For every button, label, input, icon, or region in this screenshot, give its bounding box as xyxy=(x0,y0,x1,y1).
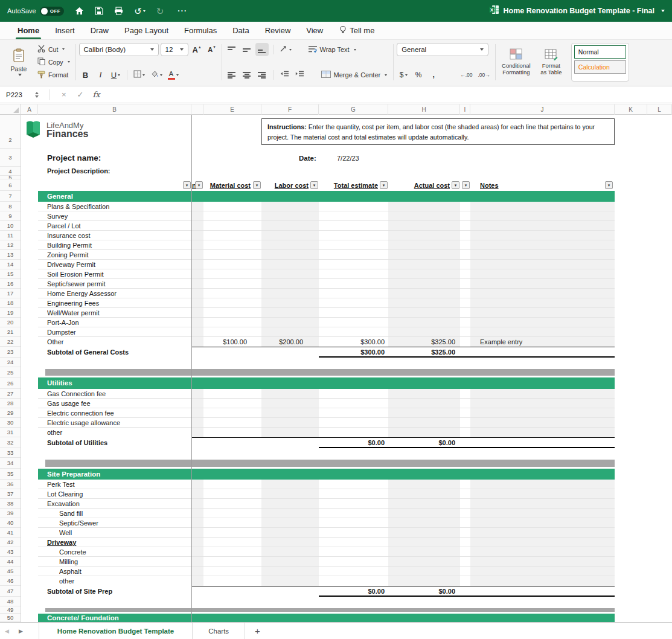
align-center-icon xyxy=(243,72,251,79)
decrease-indent-button[interactable] xyxy=(278,68,291,82)
ribbon-tab-insert[interactable]: Insert xyxy=(47,22,83,39)
item-label: Engineering Fees xyxy=(47,298,183,308)
ribbon-tab-formulas[interactable]: Formulas xyxy=(176,22,225,39)
sheet-tab-home-renovation-budget-template[interactable]: Home Renovation Budget Template xyxy=(39,623,193,639)
cancel-icon[interactable]: × xyxy=(62,90,66,99)
cell-material[interactable]: $100.00 xyxy=(203,337,261,347)
borders-button[interactable] xyxy=(132,68,147,82)
cell-style-normal[interactable]: Normal xyxy=(574,45,626,59)
paste-button[interactable]: Paste xyxy=(5,43,33,82)
save-icon[interactable] xyxy=(95,7,103,15)
grow-font-icon: A xyxy=(193,45,198,54)
format-painter-button[interactable]: Format xyxy=(35,70,72,80)
currency-format-button[interactable]: $ xyxy=(397,68,410,82)
column-header-J[interactable]: J xyxy=(470,104,615,115)
bold-button[interactable]: B xyxy=(79,68,92,82)
increase-decimal-button[interactable]: ←.00 xyxy=(458,68,474,82)
filter-button-quantity[interactable]: ▾ xyxy=(195,181,203,189)
sheet-nav-right-icon[interactable]: ▶ xyxy=(14,623,28,639)
increase-indent-button[interactable] xyxy=(293,68,306,82)
cell-labor[interactable]: $200.00 xyxy=(261,337,319,347)
conditional-formatting-button[interactable]: Conditional Formatting xyxy=(499,43,534,82)
column-header-A[interactable]: A xyxy=(21,104,38,115)
wrap-text-button[interactable]: Wrap Text xyxy=(306,43,359,56)
fill-color-button[interactable] xyxy=(149,68,164,82)
dollar-icon: $ xyxy=(400,71,404,79)
number-format-value: General xyxy=(402,46,426,53)
align-right-button[interactable] xyxy=(255,68,269,82)
copy-button[interactable]: Copy xyxy=(35,57,72,67)
column-header-I[interactable]: I xyxy=(460,104,470,115)
tell-me-button[interactable]: Tell me xyxy=(339,25,374,36)
confirm-icon[interactable]: ✓ xyxy=(77,90,84,99)
add-sheet-button[interactable]: + xyxy=(245,623,270,639)
cell-total[interactable]: $300.00 xyxy=(319,337,388,347)
number-format-select[interactable]: General xyxy=(397,43,488,56)
column-header-G[interactable]: G xyxy=(319,104,388,115)
filter-button-actual[interactable]: ▾ xyxy=(452,181,459,189)
ribbon-tab-page-layout[interactable]: Page Layout xyxy=(117,22,176,39)
print-icon[interactable] xyxy=(114,7,123,15)
column-header-E[interactable]: E xyxy=(203,104,261,115)
home-icon[interactable] xyxy=(75,7,84,15)
ribbon-tab-data[interactable]: Data xyxy=(225,22,257,39)
font-size-select[interactable]: 12 xyxy=(161,43,188,56)
cut-button[interactable]: Cut xyxy=(35,44,72,54)
orientation-button[interactable] xyxy=(278,43,293,56)
filter-button-material[interactable]: ▾ xyxy=(253,181,261,189)
filter-button-i[interactable]: ▾ xyxy=(462,181,470,189)
ribbon-tab-draw[interactable]: Draw xyxy=(83,22,117,39)
ribbon-tab-home[interactable]: Home xyxy=(10,22,47,39)
align-top-button[interactable] xyxy=(225,43,238,56)
underline-chevron-icon xyxy=(118,74,120,76)
font-name-select[interactable]: Calibri (Body) xyxy=(79,43,159,56)
format-as-table-button[interactable]: Format as Table xyxy=(534,43,569,82)
column-header-B[interactable]: B xyxy=(38,104,191,115)
percent-format-button[interactable]: % xyxy=(412,68,425,82)
logo-line2: Finances xyxy=(46,129,88,140)
shaded-input-region xyxy=(261,389,319,437)
filter-button-item[interactable]: ▾ xyxy=(183,181,191,189)
ribbon-tab-view[interactable]: View xyxy=(298,22,331,39)
name-box-stepper[interactable] xyxy=(35,92,39,98)
ribbon-tab-review[interactable]: Review xyxy=(257,22,299,39)
column-header-L[interactable]: L xyxy=(647,104,672,115)
column-header-F[interactable]: F xyxy=(261,104,319,115)
filter-button-total[interactable]: ▾ xyxy=(380,181,388,189)
filter-button-notes[interactable]: ▾ xyxy=(605,181,613,189)
insert-function-icon[interactable]: fx xyxy=(93,90,100,99)
column-header-hidden[interactable] xyxy=(191,104,203,115)
merge-center-button[interactable]: Merge & Center xyxy=(318,68,391,82)
align-bottom-button[interactable] xyxy=(255,43,269,56)
font-color-button[interactable]: A xyxy=(166,68,181,82)
decrease-font-size-button[interactable]: A▾ xyxy=(205,43,219,56)
font-color-chevron-icon xyxy=(176,74,179,76)
align-left-button[interactable] xyxy=(225,68,238,82)
subtotal-actual-cost: $325.00 xyxy=(388,347,460,358)
underline-button[interactable]: U xyxy=(109,68,123,82)
cell-actual[interactable]: $325.00 xyxy=(388,337,460,347)
sheet-nav-left-icon[interactable]: ◀ xyxy=(0,623,14,639)
select-all-corner[interactable] xyxy=(0,104,21,115)
autosave-toggle[interactable]: OFF xyxy=(40,7,65,16)
cell-style-calculation[interactable]: Calculation xyxy=(574,60,626,74)
more-commands-icon[interactable]: ⋯ xyxy=(177,6,187,16)
italic-button[interactable]: I xyxy=(94,68,107,82)
decrease-decimal-button[interactable]: .00→ xyxy=(476,68,492,82)
sheet-tab-charts[interactable]: Charts xyxy=(193,623,245,639)
undo-icon[interactable]: ↺ xyxy=(134,7,146,16)
column-header-H[interactable]: H xyxy=(388,104,460,115)
document-title[interactable]: Home Renovation Budget Template - Final xyxy=(504,7,654,15)
comma-format-button[interactable]: , xyxy=(427,68,440,82)
name-box[interactable]: P223 xyxy=(0,91,35,98)
increase-font-size-button[interactable]: A▴ xyxy=(190,43,203,56)
column-header-K[interactable]: K xyxy=(615,104,647,115)
redo-icon[interactable]: ↻ xyxy=(156,7,164,16)
instructions-text: Enter the quantity, cost per item, and l… xyxy=(267,123,595,141)
cell-notes[interactable]: Example entry xyxy=(480,337,522,347)
align-center-button[interactable] xyxy=(240,68,254,82)
date-value[interactable]: 7/22/23 xyxy=(337,149,359,167)
title-chevron-icon[interactable] xyxy=(661,10,665,12)
filter-button-labor[interactable]: ▾ xyxy=(310,181,318,189)
align-middle-button[interactable] xyxy=(240,43,254,56)
